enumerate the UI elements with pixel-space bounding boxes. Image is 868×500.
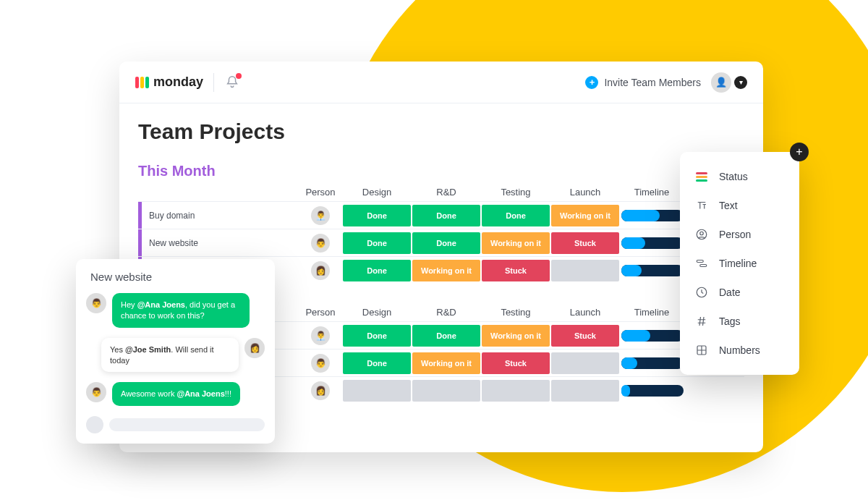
- svg-point-1: [700, 232, 704, 235]
- group-title[interactable]: This Month: [138, 163, 744, 179]
- brand-logo[interactable]: monday: [135, 75, 203, 90]
- person-cell[interactable]: 👩: [299, 381, 342, 400]
- col-launch[interactable]: Launch: [550, 307, 620, 318]
- user-menu[interactable]: 👤 ▾: [711, 72, 747, 93]
- timeline-cell[interactable]: [621, 357, 684, 369]
- status-cell[interactable]: [482, 380, 550, 402]
- tags-icon: [694, 314, 709, 329]
- divider: [213, 73, 214, 92]
- picker-label: Timeline: [719, 258, 757, 269]
- col-person[interactable]: Person: [299, 187, 342, 198]
- chat-composer[interactable]: [86, 416, 265, 433]
- picker-item-text[interactable]: Text: [680, 191, 799, 220]
- picker-item-person[interactable]: Person: [680, 220, 799, 249]
- avatar: 👨: [311, 234, 330, 253]
- status-cell[interactable]: Working on it: [482, 325, 550, 347]
- picker-item-status[interactable]: Status: [680, 162, 799, 191]
- invite-team-button[interactable]: + Invite Team Members: [585, 76, 701, 89]
- status-cell[interactable]: [551, 380, 619, 402]
- timeline-cell[interactable]: [621, 330, 684, 342]
- col-person[interactable]: Person: [299, 307, 342, 318]
- person-cell[interactable]: 👩: [299, 261, 342, 280]
- topbar: monday + Invite Team Members 👤 ▾: [119, 62, 763, 103]
- avatar: 👩: [244, 338, 265, 358]
- notification-dot-icon: [236, 73, 242, 79]
- plus-icon: +: [585, 76, 598, 89]
- status-cell[interactable]: [412, 380, 480, 402]
- status-cell[interactable]: Done: [343, 232, 411, 254]
- status-cell[interactable]: Done: [412, 325, 480, 347]
- chevron-down-icon: ▾: [734, 76, 747, 89]
- status-cell[interactable]: Stuck: [551, 325, 619, 347]
- col-testing[interactable]: Testing: [481, 187, 550, 198]
- mention[interactable]: @Ana Joens: [137, 300, 185, 309]
- person-icon: [694, 227, 709, 242]
- person-cell[interactable]: 👨: [299, 354, 342, 373]
- item-chat-panel: New website 👨 Hey @Ana Joens, did you ge…: [76, 259, 275, 444]
- status-cell[interactable]: Working on it: [551, 205, 619, 226]
- date-icon: [694, 285, 709, 300]
- col-design[interactable]: Design: [342, 307, 412, 318]
- avatar: 👨: [86, 382, 106, 402]
- status-cell[interactable]: [343, 380, 411, 402]
- status-cell[interactable]: Working on it: [412, 352, 480, 374]
- col-timeline[interactable]: Timeline: [620, 187, 684, 198]
- chat-input-field[interactable]: [109, 418, 265, 431]
- status-cell[interactable]: Done: [343, 352, 411, 374]
- status-cell[interactable]: Working on it: [412, 260, 480, 281]
- avatar: 👤: [711, 72, 731, 93]
- timeline-cell[interactable]: [621, 385, 684, 397]
- item-name[interactable]: New website: [138, 229, 299, 256]
- item-name[interactable]: Buy domain: [138, 202, 299, 229]
- picker-label: Date: [719, 287, 741, 298]
- status-cell[interactable]: Stuck: [482, 260, 550, 281]
- picker-item-timeline[interactable]: Timeline: [680, 249, 799, 278]
- avatar: [86, 416, 103, 433]
- timeline-cell[interactable]: [621, 265, 684, 276]
- notifications-button[interactable]: [224, 75, 240, 90]
- person-cell[interactable]: 👨‍💼: [299, 206, 342, 225]
- status-cell[interactable]: Done: [412, 232, 480, 254]
- table-row[interactable]: New website 👨 Done Done Working on it St…: [138, 229, 744, 256]
- status-cell[interactable]: Done: [482, 205, 550, 226]
- status-cell[interactable]: [551, 260, 619, 281]
- person-cell[interactable]: 👨: [299, 234, 342, 253]
- avatar: 👨‍💼: [311, 206, 330, 225]
- add-column-button[interactable]: +: [790, 143, 809, 161]
- brand-name: monday: [153, 75, 203, 90]
- col-rnd[interactable]: R&D: [412, 187, 481, 198]
- mention[interactable]: @Ana Joens: [176, 389, 224, 398]
- person-cell[interactable]: 👨‍💼: [299, 326, 342, 345]
- avatar: 👨‍💼: [311, 326, 330, 345]
- status-cell[interactable]: Working on it: [482, 232, 550, 254]
- timeline-icon: [694, 256, 709, 271]
- logo-mark-icon: [135, 77, 149, 88]
- timeline-cell[interactable]: [621, 237, 684, 249]
- col-timeline[interactable]: Timeline: [620, 307, 684, 318]
- chat-message: 👨 Awesome work @Ana Joens!!!: [86, 382, 265, 406]
- status-cell[interactable]: Done: [343, 325, 411, 347]
- col-launch[interactable]: Launch: [550, 187, 620, 198]
- chat-bubble: Awesome work @Ana Joens!!!: [112, 382, 240, 406]
- picker-item-date[interactable]: Date: [680, 278, 799, 307]
- status-cell[interactable]: Stuck: [551, 232, 619, 254]
- status-cell[interactable]: Done: [343, 205, 411, 226]
- picker-label: Text: [719, 200, 738, 211]
- status-icon: [694, 169, 709, 184]
- status-cell[interactable]: Stuck: [482, 352, 550, 374]
- status-cell[interactable]: Done: [412, 205, 480, 226]
- invite-label: Invite Team Members: [604, 77, 701, 88]
- avatar: 👩: [311, 261, 330, 280]
- col-rnd[interactable]: R&D: [412, 307, 481, 318]
- picker-item-numbers[interactable]: Numbers: [680, 336, 799, 365]
- picker-item-tags[interactable]: Tags: [680, 307, 799, 336]
- timeline-cell[interactable]: [621, 210, 684, 221]
- status-cell[interactable]: [551, 352, 619, 374]
- col-testing[interactable]: Testing: [481, 307, 550, 318]
- status-cell[interactable]: Done: [343, 260, 411, 281]
- picker-label: Numbers: [719, 344, 760, 356]
- column-headers: Person Design R&D Testing Launch Timelin…: [138, 182, 744, 201]
- table-row[interactable]: Buy domain 👨‍💼 Done Done Done Working on…: [138, 201, 744, 229]
- col-design[interactable]: Design: [342, 187, 412, 198]
- mention[interactable]: @Joe Smith: [125, 345, 171, 354]
